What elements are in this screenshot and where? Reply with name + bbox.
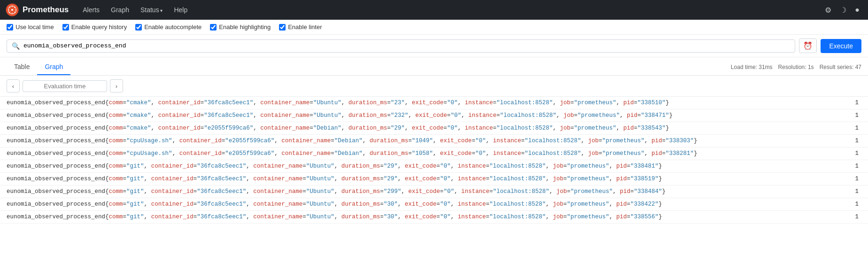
toolbar: Use local time Enable query history Enab… bbox=[0, 20, 868, 35]
theme-button[interactable]: ☽ bbox=[837, 4, 849, 16]
eval-row: ‹ › bbox=[0, 76, 868, 97]
eval-time-input[interactable] bbox=[23, 80, 107, 92]
value-cell: 1 bbox=[848, 97, 868, 109]
metric-cell: eunomia_observed_process_end{comm="cpuUs… bbox=[0, 147, 848, 160]
use-local-time-checkbox[interactable]: Use local time bbox=[7, 23, 54, 31]
value-cell: 1 bbox=[848, 147, 868, 160]
table-row: eunomia_observed_process_end{comm="cmake… bbox=[0, 109, 868, 122]
value-cell: 1 bbox=[848, 109, 868, 122]
prometheus-logo bbox=[6, 3, 19, 16]
nav-graph[interactable]: Graph bbox=[106, 3, 134, 16]
metric-cell: eunomia_observed_process_end{comm="cmake… bbox=[0, 97, 848, 109]
navbar: Prometheus Alerts Graph Status Help ⚙ ☽ … bbox=[0, 0, 868, 20]
navbar-brand: Prometheus bbox=[23, 5, 69, 15]
value-cell: 1 bbox=[848, 198, 868, 211]
search-input-wrap: 🔍 bbox=[7, 39, 795, 53]
eval-prev-button[interactable]: ‹ bbox=[7, 79, 20, 92]
enable-linter-checkbox[interactable]: Enable linter bbox=[279, 23, 322, 31]
load-time: Load time: 31ms bbox=[731, 64, 773, 70]
tabs-row: Table Graph Load time: 31ms Resolution: … bbox=[0, 57, 868, 76]
table-row: eunomia_observed_process_end{comm="git",… bbox=[0, 185, 868, 198]
value-cell: 1 bbox=[848, 211, 868, 223]
result-series: Result series: 47 bbox=[820, 64, 861, 70]
results-table: eunomia_observed_process_end{comm="cmake… bbox=[0, 97, 868, 223]
search-icon: 🔍 bbox=[12, 42, 20, 50]
table-row: eunomia_observed_process_end{comm="cpuUs… bbox=[0, 135, 868, 147]
value-cell: 1 bbox=[848, 122, 868, 135]
search-input[interactable] bbox=[23, 42, 790, 49]
svg-point-1 bbox=[11, 9, 13, 11]
value-cell: 1 bbox=[848, 135, 868, 147]
enable-highlighting-checkbox[interactable]: Enable highlighting bbox=[210, 23, 271, 31]
metric-cell: eunomia_observed_process_end{comm="git",… bbox=[0, 185, 848, 198]
tabs: Table Graph bbox=[7, 59, 70, 75]
enable-autocomplete-checkbox[interactable]: Enable autocomplete bbox=[135, 23, 202, 31]
enable-query-history-checkbox[interactable]: Enable query history bbox=[62, 23, 127, 31]
table-row: eunomia_observed_process_end{comm="cmake… bbox=[0, 122, 868, 135]
metric-cell: eunomia_observed_process_end{comm="git",… bbox=[0, 160, 848, 173]
navbar-links: Alerts Graph Status Help bbox=[78, 3, 822, 16]
table-row: eunomia_observed_process_end{comm="git",… bbox=[0, 160, 868, 173]
metric-cell: eunomia_observed_process_end{comm="git",… bbox=[0, 211, 848, 223]
metric-cell: eunomia_observed_process_end{comm="git",… bbox=[0, 198, 848, 211]
results-container: eunomia_observed_process_end{comm="cmake… bbox=[0, 97, 868, 223]
value-cell: 1 bbox=[848, 160, 868, 173]
tab-table[interactable]: Table bbox=[7, 59, 37, 75]
value-cell: 1 bbox=[848, 185, 868, 198]
table-row: eunomia_observed_process_end{comm="cmake… bbox=[0, 97, 868, 109]
table-row: eunomia_observed_process_end{comm="git",… bbox=[0, 173, 868, 185]
navbar-right: ⚙ ☽ ● bbox=[822, 4, 862, 16]
execute-button[interactable]: Execute bbox=[821, 39, 861, 53]
search-bar: 🔍 ⏰ Execute bbox=[0, 35, 868, 57]
circle-button[interactable]: ● bbox=[852, 4, 862, 16]
metric-cell: eunomia_observed_process_end{comm="cmake… bbox=[0, 109, 848, 122]
nav-help[interactable]: Help bbox=[169, 3, 192, 16]
table-row: eunomia_observed_process_end{comm="git",… bbox=[0, 211, 868, 223]
nav-status[interactable]: Status bbox=[136, 3, 167, 16]
metric-cell: eunomia_observed_process_end{comm="cmake… bbox=[0, 122, 848, 135]
nav-alerts[interactable]: Alerts bbox=[78, 3, 104, 16]
resolution: Resolution: 1s bbox=[778, 64, 814, 70]
eval-next-button[interactable]: › bbox=[110, 79, 123, 92]
table-row: eunomia_observed_process_end{comm="cpuUs… bbox=[0, 147, 868, 160]
tabs-meta: Load time: 31ms Resolution: 1s Result se… bbox=[731, 64, 861, 70]
metric-cell: eunomia_observed_process_end{comm="git",… bbox=[0, 173, 848, 185]
tab-graph[interactable]: Graph bbox=[37, 59, 70, 75]
search-options-button[interactable]: ⏰ bbox=[799, 39, 817, 53]
table-row: eunomia_observed_process_end{comm="git",… bbox=[0, 198, 868, 211]
settings-button[interactable]: ⚙ bbox=[822, 4, 834, 16]
metric-cell: eunomia_observed_process_end{comm="cpuUs… bbox=[0, 135, 848, 147]
value-cell: 1 bbox=[848, 173, 868, 185]
